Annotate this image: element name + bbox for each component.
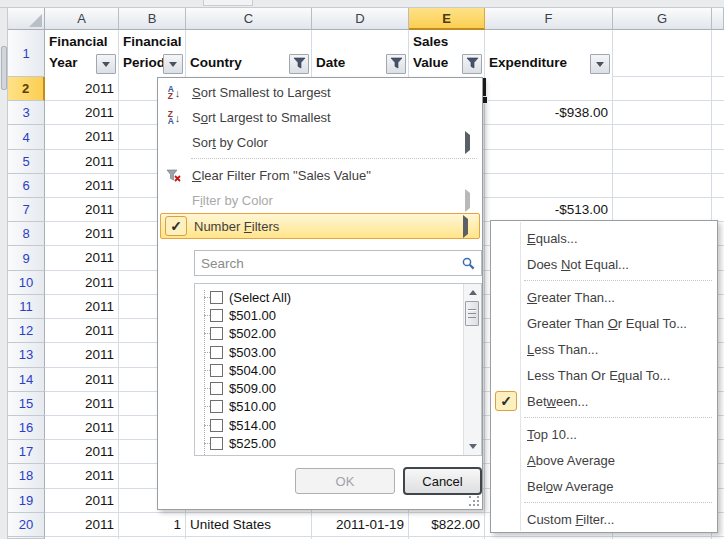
cell-A11[interactable]: 2011 [49,295,114,319]
submenu-item-top-10[interactable]: Top 10... [491,421,717,447]
list-item-6[interactable]: $510.00 [201,398,463,416]
row-header-2[interactable]: 2 [8,77,45,101]
cell-F3[interactable]: -$938.00 [489,101,608,125]
submenu-item-greater-than[interactable]: Greater Than... [491,284,717,310]
checkbox[interactable] [210,437,223,450]
row-header-12[interactable]: 12 [8,319,45,343]
submenu-item-does-not-equal[interactable]: Does Not Equal... [491,251,717,277]
row-header-1[interactable]: 1 [8,30,45,77]
submenu-item-below-average[interactable]: Below Average [491,473,717,499]
row-header-14[interactable]: 14 [8,368,45,392]
row-header-5[interactable]: 5 [8,150,45,174]
cell-A13[interactable]: 2011 [49,343,114,367]
cell-A17[interactable]: 2011 [49,440,114,464]
col-header-D[interactable]: D [312,8,409,30]
row-header-9[interactable]: 9 [8,246,45,270]
header-cell-year[interactable]: FinancialYear [45,30,118,77]
col-header-A[interactable]: A [45,8,119,30]
menu-item-number-filters[interactable]: ✓Number Filters [160,213,480,239]
col-header-B[interactable]: B [119,8,186,30]
row-header-16[interactable]: 16 [8,416,45,440]
cell-A9[interactable]: 2011 [49,246,114,270]
cell-A5[interactable]: 2011 [49,150,114,174]
checkbox[interactable] [210,382,223,395]
col-header-G[interactable]: G [613,8,712,30]
cell-A19[interactable]: 2011 [49,489,114,513]
row-header-10[interactable]: 10 [8,271,45,295]
left-scrollbar-nub[interactable] [1,46,7,90]
select-all-corner[interactable] [8,8,45,30]
submenu-item-less-than-or-equal-to[interactable]: Less Than Or Equal To... [491,362,717,388]
row-header-7[interactable]: 7 [8,198,45,222]
filter-applied-button-C[interactable] [289,54,309,74]
submenu-item-equals[interactable]: Equals... [491,225,717,251]
ok-button[interactable]: OK [295,468,395,494]
row-header-18[interactable]: 18 [8,464,45,488]
list-item-5[interactable]: $509.00 [201,379,463,397]
checkbox[interactable] [210,291,223,304]
filter-applied-button-E[interactable] [462,54,482,74]
list-item-0[interactable]: (Select All) [201,288,463,306]
checkbox[interactable] [210,364,223,377]
list-item-4[interactable]: $504.00 [201,361,463,379]
menu-item-sort-smallest-to-largest[interactable]: AZ↓Sort Smallest to Largest [159,80,481,105]
submenu-item-less-than[interactable]: Less Than... [491,336,717,362]
row-header-8[interactable]: 8 [8,222,45,246]
menu-item-sort-by-color[interactable]: Sort by Color [159,130,481,155]
col-header-F[interactable]: F [485,8,613,30]
list-scrollbar[interactable] [463,284,481,455]
cell-A18[interactable]: 2011 [49,464,114,488]
row-header-11[interactable]: 11 [8,295,45,319]
cell-A20[interactable]: 2011 [49,513,114,537]
cell-A12[interactable]: 2011 [49,319,114,343]
cell-D20[interactable]: 2011-01-19 [316,513,404,537]
filter-dropdown-button-A[interactable] [96,54,116,74]
row-header-6[interactable]: 6 [8,174,45,198]
cell-B20[interactable]: 1 [123,513,181,537]
cell-E20[interactable]: $822.00 [413,513,480,537]
col-header-C[interactable]: C [186,8,312,30]
submenu-item-greater-than-or-equal-to[interactable]: Greater Than Or Equal To... [491,310,717,336]
list-item-8[interactable]: $525.00 [201,434,463,452]
filter-search-box[interactable] [194,250,482,276]
cell-A16[interactable]: 2011 [49,416,114,440]
scroll-up-icon[interactable] [464,285,481,300]
cancel-button[interactable]: Cancel [403,467,482,495]
row-header-13[interactable]: 13 [8,343,45,367]
checkbox[interactable] [210,419,223,432]
filter-dropdown-button-B[interactable] [163,54,183,74]
resize-grip[interactable] [469,496,479,506]
cell-C20[interactable]: United States [190,513,307,537]
menu-item-sort-largest-to-smallest[interactable]: ZA↓Sort Largest to Smallest [159,105,481,130]
cell-F7[interactable]: -$513.00 [489,198,608,222]
submenu-item-between[interactable]: ✓Between... [491,388,717,414]
col-header-E[interactable]: E [409,8,485,30]
cell-A8[interactable]: 2011 [49,222,114,246]
cell-A6[interactable]: 2011 [49,174,114,198]
checkbox[interactable] [210,309,223,322]
list-item-2[interactable]: $502.00 [201,325,463,343]
header-cell-expenditure[interactable]: Expenditure [485,30,612,77]
filter-applied-button-D[interactable] [386,54,406,74]
row-header-17[interactable]: 17 [8,440,45,464]
filter-dropdown-button-F[interactable] [590,54,610,74]
header-cell-period[interactable]: FinancialPeriod [119,30,185,77]
search-input[interactable] [195,256,455,271]
cell-A4[interactable]: 2011 [49,125,114,149]
cell-A14[interactable]: 2011 [49,368,114,392]
list-item-3[interactable]: $503.00 [201,343,463,361]
scrollbar-thumb[interactable] [465,301,479,326]
cell-A10[interactable]: 2011 [49,271,114,295]
row-header-20[interactable]: 20 [8,513,45,537]
row-header-3[interactable]: 3 [8,101,45,125]
row-header-15[interactable]: 15 [8,392,45,416]
search-icon[interactable] [455,257,481,270]
cell-A7[interactable]: 2011 [49,198,114,222]
menu-item-clear-filter-from-sales-value[interactable]: Clear Filter From "Sales Value" [159,163,481,188]
checkbox[interactable] [210,346,223,359]
submenu-item-above-average[interactable]: Above Average [491,447,717,473]
row-header-4[interactable]: 4 [8,125,45,149]
list-item-7[interactable]: $514.00 [201,416,463,434]
cell-A15[interactable]: 2011 [49,392,114,416]
scroll-down-icon[interactable] [464,439,481,454]
